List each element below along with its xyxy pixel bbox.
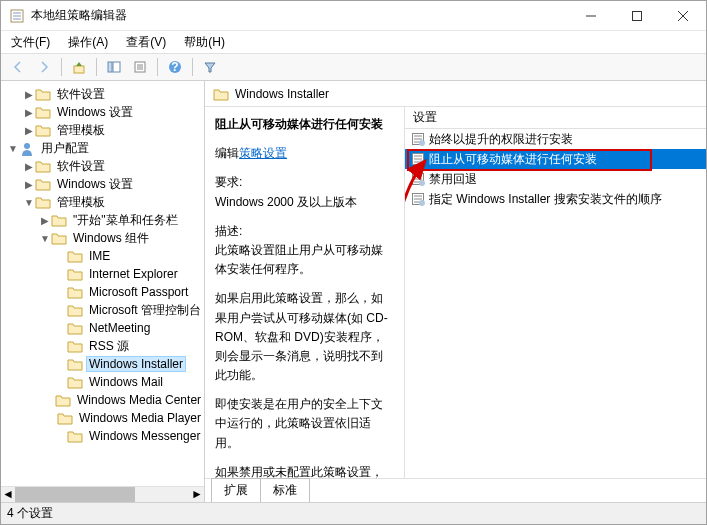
settings-item[interactable]: 始终以提升的权限进行安装 — [405, 129, 706, 149]
collapse-icon[interactable]: ▼ — [7, 143, 19, 154]
tree-item-label: Windows Mail — [86, 374, 166, 390]
filter-button[interactable] — [199, 56, 221, 78]
tree-item[interactable]: ▶Windows 设置 — [1, 175, 204, 193]
policy-icon — [411, 132, 425, 146]
folder-icon — [51, 231, 67, 245]
expand-icon[interactable]: ▶ — [23, 89, 35, 100]
tree-item[interactable]: Windows Messenger — [1, 427, 204, 445]
tree-item[interactable]: ▼管理模板 — [1, 193, 204, 211]
policy-icon — [411, 152, 425, 166]
tree-item[interactable]: ▶软件设置 — [1, 85, 204, 103]
tree-item[interactable]: ▶"开始"菜单和任务栏 — [1, 211, 204, 229]
tree-item[interactable]: Windows Media Player — [1, 409, 204, 427]
folder-icon — [57, 411, 73, 425]
folder-icon — [35, 177, 51, 191]
maximize-button[interactable] — [614, 1, 660, 31]
settings-item[interactable]: 阻止从可移动媒体进行任何安装 — [405, 149, 706, 169]
folder-icon — [213, 87, 229, 101]
tree-scrollbar[interactable]: ◄ ► — [1, 486, 204, 502]
folder-icon — [55, 393, 71, 407]
tree-item[interactable]: ▶软件设置 — [1, 157, 204, 175]
expand-icon[interactable]: ▶ — [23, 107, 35, 118]
settings-item-label: 禁用回退 — [429, 171, 477, 188]
menu-view[interactable]: 查看(V) — [122, 32, 170, 53]
menu-action[interactable]: 操作(A) — [64, 32, 112, 53]
content-header: Windows Installer — [205, 81, 706, 107]
settings-item[interactable]: 禁用回退 — [405, 169, 706, 189]
folder-icon — [67, 303, 83, 317]
tree-item[interactable]: Windows Media Center — [1, 391, 204, 409]
tree-pane[interactable]: ▶软件设置▶Windows 设置▶管理模板▼用户配置▶软件设置▶Windows … — [1, 81, 205, 502]
tab-standard[interactable]: 标准 — [260, 478, 310, 502]
settings-list-pane: 设置 始终以提升的权限进行安装阻止从可移动媒体进行任何安装禁用回退指定 Wind… — [405, 107, 706, 478]
expand-icon[interactable]: ▶ — [23, 125, 35, 136]
folder-icon — [35, 87, 51, 101]
forward-button[interactable] — [33, 56, 55, 78]
svg-point-17 — [24, 143, 30, 149]
svg-point-37 — [419, 200, 425, 206]
content-pane: Windows Installer 阻止从可移动媒体进行任何安装 编辑策略设置 … — [205, 81, 706, 502]
menu-file[interactable]: 文件(F) — [7, 32, 54, 53]
tree-item[interactable]: IME — [1, 247, 204, 265]
tab-extended[interactable]: 扩展 — [211, 478, 261, 502]
collapse-icon[interactable]: ▼ — [39, 233, 51, 244]
settings-list-body[interactable]: 始终以提升的权限进行安装阻止从可移动媒体进行任何安装禁用回退指定 Windows… — [405, 129, 706, 478]
folder-icon — [67, 339, 83, 353]
toolbar: ? — [1, 53, 706, 81]
menubar: 文件(F) 操作(A) 查看(V) 帮助(H) — [1, 31, 706, 53]
help-button[interactable]: ? — [164, 56, 186, 78]
folder-icon — [35, 123, 51, 137]
description-p2: 如果启用此策略设置，那么，如果用户尝试从可移动媒体(如 CD-ROM、软盘和 D… — [215, 289, 394, 385]
tree-item[interactable]: NetMeeting — [1, 319, 204, 337]
tree-item[interactable]: Windows Mail — [1, 373, 204, 391]
collapse-icon[interactable]: ▼ — [23, 197, 35, 208]
folder-icon — [67, 375, 83, 389]
menu-help[interactable]: 帮助(H) — [180, 32, 229, 53]
tree-item[interactable]: ▶Windows 设置 — [1, 103, 204, 121]
tree-item-label: Microsoft Passport — [86, 284, 191, 300]
svg-text:?: ? — [171, 60, 178, 74]
minimize-button[interactable] — [568, 1, 614, 31]
expand-icon[interactable]: ▶ — [23, 161, 35, 172]
show-hide-tree-button[interactable] — [103, 56, 125, 78]
tree-item[interactable]: Internet Explorer — [1, 265, 204, 283]
toolbar-divider — [61, 58, 62, 76]
policy-icon — [411, 172, 425, 186]
settings-item[interactable]: 指定 Windows Installer 搜索安装文件的顺序 — [405, 189, 706, 209]
folder-icon — [51, 213, 67, 227]
main-area: ▶软件设置▶Windows 设置▶管理模板▼用户配置▶软件设置▶Windows … — [1, 81, 706, 502]
tree-item-label: "开始"菜单和任务栏 — [70, 211, 181, 230]
svg-rect-9 — [108, 62, 112, 72]
folder-icon — [35, 195, 51, 209]
tree-item[interactable]: ▼用户配置 — [1, 139, 204, 157]
settings-column-header[interactable]: 设置 — [405, 107, 706, 129]
titlebar: 本地组策略编辑器 — [1, 1, 706, 31]
tree-item-label: Microsoft 管理控制台 — [86, 301, 204, 320]
properties-button[interactable] — [129, 56, 151, 78]
back-button[interactable] — [7, 56, 29, 78]
edit-policy-link[interactable]: 策略设置 — [239, 146, 287, 160]
folder-icon — [67, 429, 83, 443]
description-p3: 即使安装是在用户的安全上下文中运行的，此策略设置依旧适用。 — [215, 395, 394, 453]
svg-rect-10 — [113, 62, 120, 72]
tree-item[interactable]: Microsoft Passport — [1, 283, 204, 301]
tree-item[interactable]: Windows Installer — [1, 355, 204, 373]
svg-rect-5 — [633, 11, 642, 20]
tree-item[interactable]: ▼Windows 组件 — [1, 229, 204, 247]
up-button[interactable] — [68, 56, 90, 78]
tree-item-label: Windows 设置 — [54, 175, 136, 194]
user-icon — [19, 141, 35, 155]
tree-item-label: RSS 源 — [86, 337, 132, 356]
expand-icon[interactable]: ▶ — [23, 179, 35, 190]
expand-icon[interactable]: ▶ — [39, 215, 51, 226]
tree-item[interactable]: ▶管理模板 — [1, 121, 204, 139]
folder-icon — [35, 159, 51, 173]
requirements: 要求: Windows 2000 及以上版本 — [215, 173, 394, 211]
content-title: Windows Installer — [235, 87, 329, 101]
close-button[interactable] — [660, 1, 706, 31]
description-p4: 如果禁用或未配置此策略设置，那 — [215, 463, 394, 478]
tree-item[interactable]: Microsoft 管理控制台 — [1, 301, 204, 319]
description-pane: 阻止从可移动媒体进行任何安装 编辑策略设置 要求: Windows 2000 及… — [205, 107, 405, 478]
tree-item[interactable]: RSS 源 — [1, 337, 204, 355]
view-tabs: 扩展 标准 — [205, 478, 706, 502]
